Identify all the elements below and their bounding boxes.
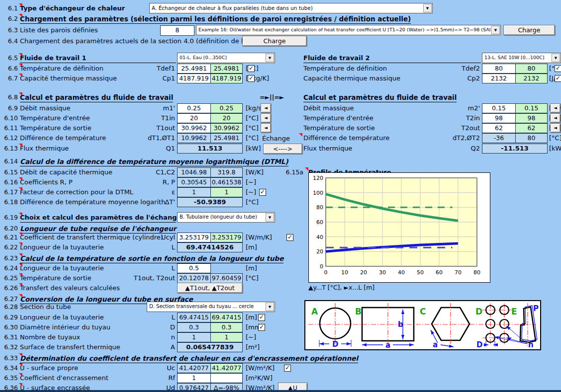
dropdown[interactable]: A. Échangeur de chaleur à flux parallèle… — [149, 3, 433, 13]
value-cell[interactable]: 25.4981 — [210, 133, 243, 143]
value-cell[interactable]: 0.25 — [177, 103, 211, 113]
symbol-label: dT2,ØT2 — [421, 134, 480, 142]
value-cell[interactable]: 0.30545 — [177, 177, 211, 187]
value-cell[interactable]: 80 — [515, 133, 548, 143]
transfer-left-arrow-button[interactable]: ◄ — [550, 103, 561, 113]
dropdown-arrow-icon[interactable]: ▼ — [552, 54, 560, 62]
dropdown-selected-text: A. Échangeur de chaleur à flux parallèle… — [152, 5, 422, 11]
value-cell[interactable]: 69.47415 — [210, 313, 243, 322]
link-checkbox[interactable]: ✓ — [284, 365, 291, 372]
action-button[interactable]: ▲T1out, ▲T2out — [177, 283, 243, 293]
link-checkbox[interactable]: ✓ — [286, 234, 293, 241]
dimension-arrowhead — [319, 342, 324, 345]
row-number: 6.28 — [1, 303, 18, 311]
value-cell[interactable]: 69.47415 — [177, 313, 211, 322]
result-cell[interactable]: -11.513 — [482, 144, 548, 154]
value-cell[interactable]: -36 — [482, 133, 516, 143]
action-button[interactable]: Charge — [242, 36, 307, 46]
dropdown[interactable]: Example 16: Oil/water heat exchanger cal… — [196, 25, 501, 35]
link-checkbox[interactable]: ✓ — [259, 189, 266, 196]
y-tick-label: 100 — [313, 190, 323, 196]
value-cell[interactable]: 4187.919 — [210, 74, 243, 83]
wall-count-cell[interactable]: 8 — [160, 25, 194, 36]
transfer-left-arrow-button[interactable]: ◄ — [261, 113, 271, 123]
value-cell[interactable]: 319.8 — [210, 167, 243, 177]
dropdown-arrow-icon[interactable]: ▼ — [266, 54, 274, 62]
transfer-left-arrow-button[interactable]: ◄ — [550, 113, 561, 123]
value-cell[interactable]: 0.15 — [515, 103, 548, 113]
value-cell[interactable]: 2132 — [482, 74, 516, 83]
value-cell[interactable]: 25.4981 — [210, 64, 243, 74]
value-cell[interactable]: 20 — [210, 113, 243, 123]
value-cell[interactable]: 10.9962 — [177, 133, 211, 143]
value-cell[interactable]: 25.4981 — [177, 64, 211, 74]
dropdown[interactable]: 13-L. SAE 10W [0...100C]▼ — [482, 53, 561, 63]
link-checkbox[interactable]: ✓ — [555, 75, 561, 82]
exchange-values-button[interactable]: <----> — [263, 144, 302, 154]
value-cell[interactable]: 20.12078 — [177, 273, 211, 283]
symbol-label: T1in — [116, 114, 175, 122]
unit-label: [°C] — [246, 274, 259, 282]
result-cell[interactable]: -50.9389 — [177, 197, 243, 207]
action-button[interactable]: Charge — [503, 25, 555, 35]
dropdown-arrow-icon[interactable]: ▼ — [266, 213, 274, 222]
value-cell[interactable]: 0.3 — [210, 322, 243, 332]
transfer-left-arrow-button[interactable]: ◄ — [261, 103, 271, 113]
dropdown[interactable]: B. Tubulaire (longueur du tube)▼ — [177, 212, 275, 223]
value-cell[interactable]: 80 — [482, 64, 516, 74]
dropdown-arrow-icon[interactable]: ▼ — [491, 26, 500, 34]
value-cell[interactable]: 97.60459 — [210, 273, 243, 283]
value-cell[interactable]: 2132 — [515, 74, 548, 83]
value-cell[interactable]: 30.9962 — [177, 123, 211, 133]
dropdown[interactable]: D. Section transversale du tuyau ... cer… — [147, 302, 275, 312]
value-cell[interactable]: 62 — [482, 123, 516, 133]
row-label: Capacité thermique massique — [20, 75, 117, 82]
result-cell[interactable]: 0.065477839 — [177, 342, 243, 352]
transfer-left-arrow-button[interactable]: ◄ — [261, 123, 271, 133]
dimension-arrowhead — [449, 344, 454, 347]
value-cell[interactable]: 1 — [210, 187, 243, 197]
dropdown-arrow-icon[interactable]: ▼ — [423, 4, 432, 12]
symbol-label: L — [116, 314, 175, 321]
value-cell[interactable]: 0.3 — [177, 322, 211, 332]
value-cell[interactable]: 1 — [177, 332, 211, 342]
row-number: 6.22 — [1, 243, 18, 251]
value-cell[interactable]: 20 — [177, 113, 211, 123]
link-checkbox[interactable]: ✓ — [248, 75, 255, 82]
value-cell[interactable]: 62 — [515, 123, 548, 133]
row-number: 6.29 — [1, 314, 18, 321]
value-cell[interactable]: 98 — [482, 113, 516, 123]
value-cell[interactable]: 3.253179 — [210, 233, 243, 242]
value-cell[interactable]: 4187.919 — [177, 74, 211, 83]
value-cell[interactable] — [210, 373, 243, 383]
value-cell[interactable]: 1 — [177, 373, 211, 383]
value-cell[interactable]: 0.15 — [482, 103, 516, 113]
value-cell[interactable]: 1 — [210, 332, 243, 342]
shape-letter: P — [533, 304, 539, 313]
symbol-label: Uc — [116, 364, 175, 372]
dropdown-arrow-icon[interactable]: ▼ — [266, 303, 274, 311]
value-cell[interactable]: 1 — [177, 187, 211, 197]
row-label: Type d'échangeur de chaleur — [20, 4, 125, 12]
value-cell[interactable]: 0.25 — [210, 103, 243, 113]
value-cell[interactable]: 41.42077 — [177, 363, 211, 373]
value-cell[interactable]: 30.9962 — [210, 123, 243, 133]
value-cell[interactable]: 0.5 — [177, 263, 211, 273]
row-number: 6.13 — [1, 145, 18, 152]
link-checkbox[interactable]: ✓ — [258, 324, 265, 331]
value-cell[interactable]: 0.461538 — [210, 177, 243, 187]
result-cell[interactable]: 11.513 — [177, 144, 243, 154]
value-cell[interactable]: 98 — [515, 113, 548, 123]
result-cell[interactable]: 69.47414526 — [177, 242, 243, 252]
link-checkbox[interactable]: ✓ — [555, 65, 561, 72]
value-cell[interactable]: 1046.98 — [177, 167, 211, 177]
transfer-left-arrow-button[interactable]: ◄ — [550, 123, 561, 133]
value-cell[interactable]: 3.253179 — [177, 233, 211, 242]
y-tick-label: 0 — [320, 263, 323, 270]
link-checkbox[interactable]: ✓ — [258, 314, 265, 321]
value-cell[interactable]: 41.42077 — [210, 363, 243, 373]
value-cell[interactable]: 80 — [515, 64, 548, 74]
link-checkbox[interactable]: ✓ — [248, 65, 255, 72]
dropdown-selected-text: 13-L. SAE 10W [0...100C] — [484, 55, 551, 60]
dropdown[interactable]: 01-L. Eau [0...350C]▼ — [177, 53, 275, 63]
